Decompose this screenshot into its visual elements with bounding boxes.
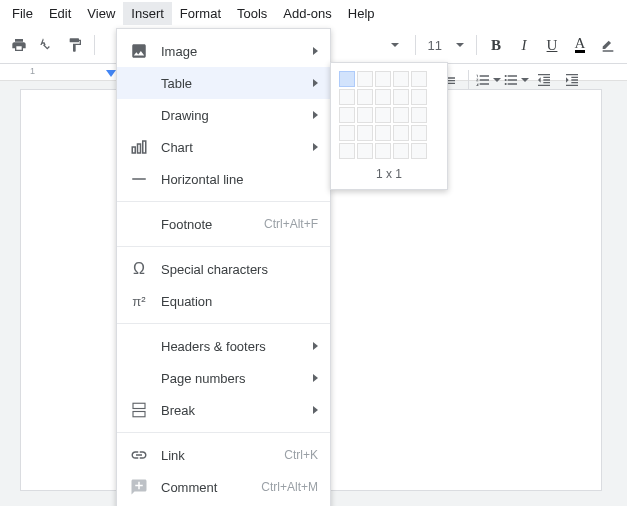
table-picker-cell[interactable] (357, 107, 373, 123)
table-picker-cell[interactable] (411, 89, 427, 105)
bold-button[interactable]: B (483, 32, 509, 58)
image-icon (129, 41, 149, 61)
menu-item-label: Footnote (161, 217, 264, 232)
menu-file[interactable]: File (4, 2, 41, 25)
chart-icon (129, 137, 149, 157)
menu-item-label: Image (161, 44, 313, 59)
menu-item-comment[interactable]: CommentCtrl+Alt+M (117, 471, 330, 503)
print-button[interactable] (6, 32, 32, 58)
table-picker-cell[interactable] (339, 107, 355, 123)
blank-icon (129, 214, 149, 234)
table-picker-cell[interactable] (357, 89, 373, 105)
menu-tools[interactable]: Tools (229, 2, 275, 25)
spellcheck-button[interactable] (34, 32, 60, 58)
svg-rect-5 (133, 412, 145, 417)
table-picker-cell[interactable] (357, 125, 373, 141)
underline-button[interactable]: U (539, 32, 565, 58)
menu-add-ons[interactable]: Add-ons (275, 2, 339, 25)
table-picker-cell[interactable] (357, 143, 373, 159)
toolbar-separator (415, 35, 416, 55)
menu-format[interactable]: Format (172, 2, 229, 25)
chevron-down-icon (391, 43, 399, 47)
menu-item-label: Break (161, 403, 313, 418)
table-picker-cell[interactable] (375, 125, 391, 141)
table-picker-cell[interactable] (393, 89, 409, 105)
chevron-down-icon (521, 78, 529, 82)
highlight-color-button[interactable] (595, 32, 621, 58)
table-size-picker: 1 x 1 (330, 62, 448, 190)
paint-format-button[interactable] (62, 32, 88, 58)
table-picker-cell[interactable] (393, 71, 409, 87)
menu-item-drawing[interactable]: Drawing (117, 99, 330, 131)
table-picker-label: 1 x 1 (339, 167, 439, 181)
menu-item-label: Special characters (161, 262, 318, 277)
pi-icon: π² (129, 291, 149, 311)
toolbar-separator (476, 35, 477, 55)
table-picker-cell[interactable] (411, 71, 427, 87)
table-picker-cell[interactable] (375, 143, 391, 159)
text-color-button[interactable]: A (567, 32, 593, 58)
decrease-indent-button[interactable] (531, 67, 557, 93)
menu-item-label: Equation (161, 294, 318, 309)
table-picker-cell[interactable] (339, 125, 355, 141)
menu-separator (117, 432, 330, 433)
menu-item-label: Chart (161, 140, 313, 155)
table-picker-cell[interactable] (393, 107, 409, 123)
svg-rect-0 (132, 147, 135, 153)
menu-insert[interactable]: Insert (123, 2, 172, 25)
submenu-arrow-icon (313, 111, 318, 119)
table-picker-cell[interactable] (339, 89, 355, 105)
menu-separator (117, 201, 330, 202)
menu-edit[interactable]: Edit (41, 2, 79, 25)
toolbar-separator (468, 70, 469, 90)
svg-rect-1 (138, 144, 141, 153)
hr-icon (129, 169, 149, 189)
omega-icon: Ω (129, 259, 149, 279)
menu-item-chart[interactable]: Chart (117, 131, 330, 163)
menu-item-image[interactable]: Image (117, 35, 330, 67)
table-picker-cell[interactable] (411, 143, 427, 159)
table-picker-grid[interactable] (339, 71, 439, 159)
menu-item-label: Table (161, 76, 313, 91)
table-picker-cell[interactable] (357, 71, 373, 87)
submenu-arrow-icon (313, 342, 318, 350)
menu-item-table[interactable]: Table (117, 67, 330, 99)
table-picker-cell[interactable] (339, 143, 355, 159)
submenu-arrow-icon (313, 47, 318, 55)
numbered-list-button[interactable] (475, 67, 501, 93)
menu-item-link[interactable]: LinkCtrl+K (117, 439, 330, 471)
table-picker-cell[interactable] (375, 89, 391, 105)
submenu-arrow-icon (313, 374, 318, 382)
table-picker-cell[interactable] (393, 125, 409, 141)
table-picker-cell[interactable] (411, 125, 427, 141)
table-picker-cell[interactable] (339, 71, 355, 87)
chevron-down-icon (456, 43, 464, 47)
menu-item-page-numbers[interactable]: Page numbers (117, 362, 330, 394)
font-size-dropdown[interactable]: 11 (422, 32, 470, 58)
menu-item-label: Headers & footers (161, 339, 313, 354)
table-picker-cell[interactable] (411, 107, 427, 123)
menu-item-headers-footers[interactable]: Headers & footers (117, 330, 330, 362)
toolbar-separator (94, 35, 95, 55)
table-picker-cell[interactable] (375, 107, 391, 123)
indent-marker-icon[interactable] (106, 70, 116, 77)
menu-item-break[interactable]: Break (117, 394, 330, 426)
menu-item-shortcut: Ctrl+Alt+M (261, 480, 318, 494)
bulleted-list-button[interactable] (503, 67, 529, 93)
svg-rect-2 (143, 141, 146, 153)
menu-item-equation[interactable]: π²Equation (117, 285, 330, 317)
menu-item-label: Horizontal line (161, 172, 318, 187)
submenu-arrow-icon (313, 406, 318, 414)
link-icon (129, 445, 149, 465)
menu-help[interactable]: Help (340, 2, 383, 25)
menu-item-horizontal-line[interactable]: Horizontal line (117, 163, 330, 195)
table-picker-cell[interactable] (393, 143, 409, 159)
table-picker-cell[interactable] (375, 71, 391, 87)
svg-rect-3 (132, 178, 146, 180)
increase-indent-button[interactable] (559, 67, 585, 93)
menu-view[interactable]: View (79, 2, 123, 25)
menu-item-footnote[interactable]: FootnoteCtrl+Alt+F (117, 208, 330, 240)
italic-button[interactable]: I (511, 32, 537, 58)
menu-item-special-characters[interactable]: ΩSpecial characters (117, 253, 330, 285)
font-family-dropdown[interactable] (371, 32, 409, 58)
